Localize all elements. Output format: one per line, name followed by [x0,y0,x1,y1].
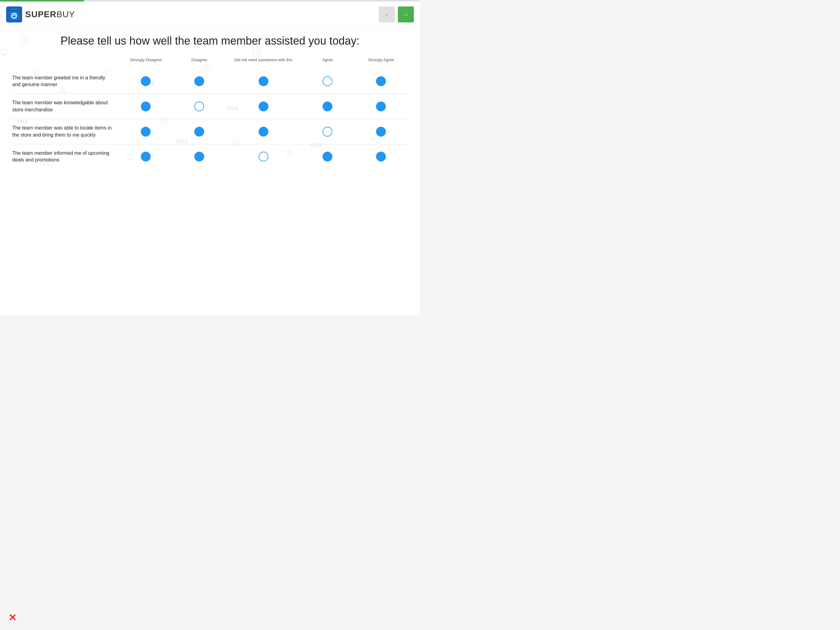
radio-agree[interactable] [322,152,332,161]
page-title: Please tell us how well the team member … [12,34,408,48]
row-label: The team member was knowledgable about s… [12,99,119,113]
header: SUPERBUY ‹ → [0,2,420,28]
row-label: The team member greeted me in a friendly… [12,74,119,88]
radio-strongly-disagree[interactable] [141,101,151,111]
survey-row: The team member was knowledgable about s… [12,94,408,119]
nav-buttons: ‹ → [379,6,414,22]
radio-cell[interactable] [119,152,173,161]
radio-cell[interactable] [119,76,173,86]
radio-cell[interactable] [354,101,408,111]
logo-area: SUPERBUY [6,6,75,22]
row-label: The team member informed me of upcoming … [12,150,119,164]
radio-strongly-disagree[interactable] [141,127,151,136]
row-label: The team member was able to locate items… [12,125,119,138]
radio-strongly-agree[interactable] [376,127,386,136]
radio-agree[interactable] [322,127,332,136]
radio-strongly-disagree[interactable] [141,76,151,86]
radio-did-not-need[interactable] [259,76,268,86]
survey-column-headers: Strongly Disagree Disagree Did not need … [12,57,408,66]
radio-cell[interactable] [301,152,354,161]
svg-point-11 [253,49,261,57]
radio-agree[interactable] [322,76,332,86]
radio-cell[interactable] [301,127,354,136]
radio-disagree[interactable] [194,152,204,161]
col-header-question [12,57,119,63]
progress-bar [0,0,420,2]
radio-cell[interactable] [226,127,301,136]
survey-table: Strongly Disagree Disagree Did not need … [12,57,408,169]
next-button[interactable]: → [398,6,414,22]
progress-bar-fill [0,0,84,2]
radio-cell[interactable] [301,101,354,111]
radio-strongly-disagree[interactable] [141,152,151,161]
radio-cell[interactable] [172,152,226,161]
radio-strongly-agree[interactable] [376,76,386,86]
col-header-strongly-disagree: Strongly Disagree [119,57,173,63]
radio-strongly-agree[interactable] [376,152,386,161]
back-button[interactable]: ‹ [379,6,395,22]
radio-cell[interactable] [226,76,301,86]
col-header-disagree: Disagree [172,57,226,63]
radio-disagree[interactable] [194,101,204,111]
survey-row: The team member was able to locate items… [12,119,408,144]
radio-did-not-need[interactable] [259,127,268,136]
radio-cell[interactable] [119,127,173,136]
radio-cell[interactable] [226,152,301,161]
col-header-strongly-agree: Strongly Agree [354,57,408,63]
radio-cell[interactable] [354,76,408,86]
radio-cell[interactable] [172,101,226,111]
radio-disagree[interactable] [194,76,204,86]
radio-cell[interactable] [301,76,354,86]
main-content: SALE SALE SALE SALE SALE SALE SALE [0,28,420,175]
radio-cell[interactable] [226,101,301,111]
logo-icon [6,6,22,22]
radio-cell[interactable] [354,152,408,161]
radio-disagree[interactable] [194,127,204,136]
radio-did-not-need[interactable] [259,101,268,111]
svg-point-10 [5,55,6,56]
radio-agree[interactable] [322,101,332,111]
svg-point-9 [2,55,4,56]
col-header-agree: Agree [301,57,354,63]
watermark-icon [0,48,9,57]
watermark-icon [252,48,262,58]
radio-cell[interactable] [172,76,226,86]
radio-cell[interactable] [172,127,226,136]
radio-strongly-agree[interactable] [376,101,386,111]
radio-cell[interactable] [354,127,408,136]
radio-cell[interactable] [119,101,173,111]
logo-text: SUPERBUY [25,9,75,19]
survey-row: The team member greeted me in a friendly… [12,69,408,94]
col-header-did-not-need: Did not need assistance with this [226,57,301,63]
survey-row: The team member informed me of upcoming … [12,144,408,169]
radio-did-not-need[interactable] [259,152,268,161]
